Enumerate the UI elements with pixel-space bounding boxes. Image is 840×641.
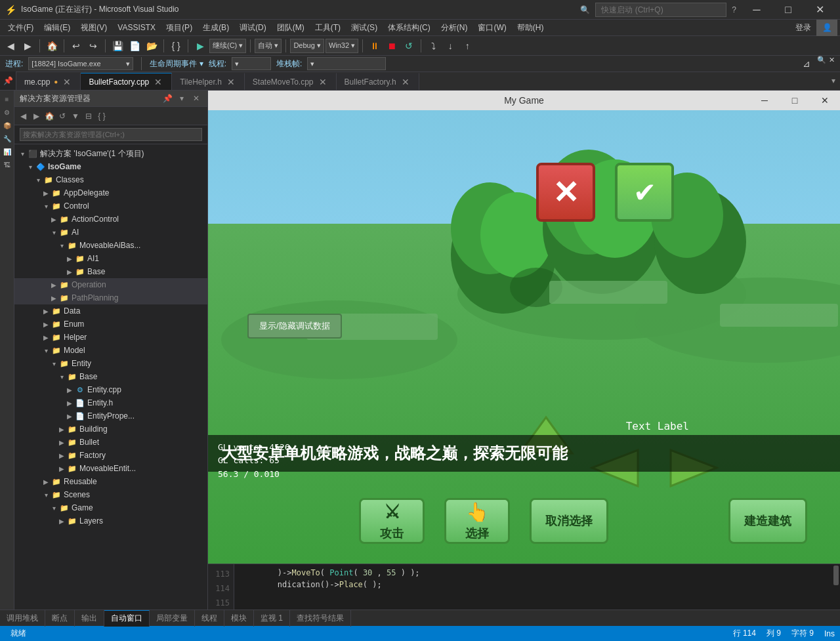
status-col[interactable]: 列 9 xyxy=(766,628,781,639)
tab-bulletfactory-cpp[interactable]: BulletFactory.cpp ✕ xyxy=(81,73,172,90)
game-check-button[interactable]: ✔ xyxy=(615,163,674,222)
tree-item-scenes[interactable]: ▾ 📁 Scenes xyxy=(14,488,207,501)
left-icon-6[interactable]: 🏗 xyxy=(1,159,13,171)
menu-test[interactable]: 测试(S) xyxy=(346,20,383,36)
game-cancel-button[interactable]: 取消选择 xyxy=(530,498,608,544)
status-row[interactable]: 行 114 xyxy=(733,628,756,639)
tree-item-enum[interactable]: ▶ 📁 Enum xyxy=(14,318,207,331)
menu-analyze[interactable]: 分析(N) xyxy=(436,20,473,36)
undo-button[interactable]: ↩ xyxy=(68,38,84,54)
tab-watch1[interactable]: 监视 1 xyxy=(254,610,290,627)
menu-debug[interactable]: 调试(D) xyxy=(234,20,272,36)
code-view-button[interactable]: { } xyxy=(168,38,184,54)
redo-button[interactable]: ↪ xyxy=(85,38,101,54)
sol-code-button[interactable]: { } xyxy=(96,110,108,122)
menu-architecture[interactable]: 体系结构(C) xyxy=(383,20,436,36)
game-close-button[interactable]: ✕ xyxy=(810,91,840,110)
tree-item-classes[interactable]: ▾ 📁 Classes xyxy=(14,173,207,186)
solution-search-input[interactable] xyxy=(20,128,202,141)
new-file-button[interactable]: 📄 xyxy=(127,38,142,54)
game-select-button[interactable]: 👆 选择 xyxy=(444,498,510,544)
menu-build[interactable]: 生成(B) xyxy=(198,20,234,36)
continue-button[interactable]: ▶ xyxy=(192,38,208,54)
sol-filter-button[interactable]: ▼ xyxy=(70,110,81,122)
tab-breakpoints[interactable]: 断点 xyxy=(45,610,75,627)
status-char[interactable]: 字符 9 xyxy=(791,628,814,639)
pause-button[interactable]: ⏸ xyxy=(367,38,383,54)
tree-item-reusable[interactable]: ▶ 📁 Reusable xyxy=(14,475,207,488)
tab-close-button[interactable]: ✕ xyxy=(318,77,328,87)
tree-item-factory[interactable]: ▶ 📁 Factory xyxy=(14,449,207,462)
sol-forward-button[interactable]: ▶ xyxy=(30,110,42,122)
tree-item-operation[interactable]: ▶ 📁 Operation xyxy=(14,278,207,291)
tree-item-game[interactable]: ▾ 📁 Game xyxy=(14,501,207,514)
tab-me-cpp[interactable]: me.cpp ● ✕ xyxy=(16,73,81,90)
tree-item-entity-h[interactable]: ▶ 📄 Entity.h xyxy=(14,396,207,409)
step-out-button[interactable]: ↑ xyxy=(459,38,475,54)
tab-tilehelper-h[interactable]: TileHelper.h ✕ xyxy=(172,73,245,90)
tab-output[interactable]: 输出 xyxy=(75,610,104,627)
stop-button[interactable]: ⏹ xyxy=(384,38,400,54)
tree-item-isogame[interactable]: ▾ 🔷 IsoGame xyxy=(14,160,207,173)
menu-view[interactable]: 视图(V) xyxy=(75,20,112,36)
close-button[interactable]: ✕ xyxy=(805,0,835,20)
left-icon-5[interactable]: 📊 xyxy=(1,146,13,157)
tree-item-control[interactable]: ▾ 📁 Control xyxy=(14,199,207,213)
debug-dropdown[interactable]: Debug ▾ xyxy=(290,39,324,53)
tab-threads[interactable]: 线程 xyxy=(195,610,224,627)
sol-home-button[interactable]: 🏠 xyxy=(43,110,55,122)
login-button[interactable]: 登录 xyxy=(790,20,816,36)
game-debug-button[interactable]: 显示/隐藏调试数据 xyxy=(247,314,342,339)
open-button[interactable]: 📂 xyxy=(144,38,159,54)
lifecycle-field[interactable]: 生命周期事件 ▾ xyxy=(150,58,203,70)
minimize-button[interactable]: ─ xyxy=(742,0,772,20)
tree-item-solution[interactable]: ▾ ⬛ 解决方案 'IsoGame'(1 个项目) xyxy=(14,147,207,160)
tab-close-button[interactable]: ✕ xyxy=(153,77,163,87)
menu-help[interactable]: 帮助(H) xyxy=(512,20,549,36)
tree-item-building[interactable]: ▶ 📁 Building xyxy=(14,423,207,436)
filter-icon[interactable]: ⊿ xyxy=(799,56,814,72)
tab-close-button[interactable]: ✕ xyxy=(62,77,72,87)
panel-pin-button[interactable]: 📌 xyxy=(161,93,173,104)
code-scrollbar-vertical[interactable] xyxy=(832,564,840,610)
tree-item-moveableentity[interactable]: ▶ 📁 MoveableEntit... xyxy=(14,462,207,475)
solution-tree-view[interactable]: ▾ ⬛ 解决方案 'IsoGame'(1 个项目) ▾ 🔷 IsoGame ▾ … xyxy=(14,144,207,610)
sol-refresh-button[interactable]: ↺ xyxy=(56,110,68,122)
back-button[interactable]: ◀ xyxy=(3,38,18,54)
tab-statemoveto-cpp[interactable]: StateMoveTo.cpp ✕ xyxy=(245,73,337,90)
stack-dropdown[interactable]: ▾ xyxy=(307,57,386,70)
tree-item-helper[interactable]: ▶ 📁 Helper xyxy=(14,331,207,344)
restart-button[interactable]: ↺ xyxy=(401,38,417,54)
maximize-button[interactable]: □ xyxy=(773,0,803,20)
tree-item-ai[interactable]: ▾ 📁 AI xyxy=(14,226,207,239)
thread-dropdown[interactable]: ▾ xyxy=(232,57,271,70)
tree-item-actioncontrol[interactable]: ▶ 📁 ActionControl xyxy=(14,213,207,226)
tab-modules[interactable]: 模块 xyxy=(224,610,254,627)
menu-file[interactable]: 文件(F) xyxy=(3,20,39,36)
menu-edit[interactable]: 编辑(E) xyxy=(39,20,75,36)
menu-team[interactable]: 团队(M) xyxy=(272,20,310,36)
menu-vassistx[interactable]: VASSISTX xyxy=(112,20,161,36)
left-icon-1[interactable]: ≡ xyxy=(1,93,13,105)
game-minimize-button[interactable]: ─ xyxy=(749,91,780,110)
tab-callstack[interactable]: 调用堆栈 xyxy=(0,610,45,627)
step-over-button[interactable]: ⤵ xyxy=(425,38,441,54)
menu-project[interactable]: 项目(P) xyxy=(161,20,198,36)
tab-bulletfactory-h[interactable]: BulletFactory.h ✕ xyxy=(337,73,419,90)
tree-item-model[interactable]: ▾ 📁 Model xyxy=(14,344,207,357)
panel-close-button[interactable]: ✕ xyxy=(190,93,202,104)
tab-overflow-button[interactable]: ▾ xyxy=(827,72,840,90)
left-icon-4[interactable]: 🔧 xyxy=(1,133,13,144)
game-maximize-button[interactable]: □ xyxy=(780,91,810,110)
auto-dropdown[interactable]: 自动 ▾ xyxy=(255,39,282,53)
tree-item-layers[interactable]: ▶ 📁 Layers xyxy=(14,514,207,527)
menu-tools[interactable]: 工具(T) xyxy=(310,20,346,36)
tab-locals[interactable]: 局部变量 xyxy=(150,610,195,627)
tab-auto[interactable]: 自动窗口 xyxy=(104,610,150,627)
win32-dropdown[interactable]: Win32 ▾ xyxy=(326,39,358,53)
game-build-button[interactable]: 建造建筑 xyxy=(728,498,807,544)
continue-dropdown[interactable]: 继续(C) ▾ xyxy=(209,39,246,53)
tab-close-button[interactable]: ✕ xyxy=(226,77,236,87)
home-button[interactable]: 🏠 xyxy=(44,38,60,54)
quick-search-input[interactable] xyxy=(595,3,726,17)
